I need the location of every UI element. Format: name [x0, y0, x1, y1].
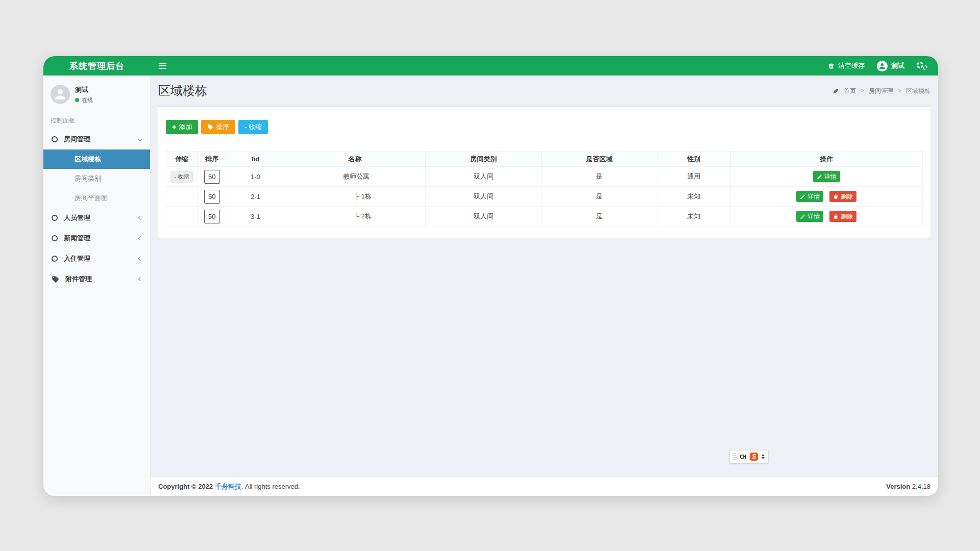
delete-button[interactable]: 删除 — [829, 191, 856, 202]
breadcrumb-separator: > — [861, 87, 864, 94]
cell-category: 双人间 — [426, 207, 542, 227]
cell-stretch: - 收缩 — [166, 167, 198, 187]
cell-is-area: 是 — [542, 167, 657, 187]
circle-icon — [52, 136, 58, 142]
page-title: 区域楼栋 — [158, 83, 207, 99]
gear-small-icon — [923, 65, 927, 70]
breadcrumb-section[interactable]: 房间管理 — [869, 87, 893, 95]
sidebar-item-label: 入住管理 — [64, 254, 90, 263]
delete-button-label: 删除 — [841, 212, 853, 221]
circle-icon — [52, 235, 58, 241]
chevron-left-icon — [138, 236, 142, 240]
sogou-logo-icon[interactable]: S — [750, 453, 758, 461]
sidebar-subitem-room-floorplan[interactable]: 房间平面图 — [43, 188, 150, 208]
user-menu[interactable]: 测试 — [877, 61, 904, 71]
col-header-gender: 性别 — [657, 152, 730, 167]
detail-button[interactable]: 详情 — [796, 211, 823, 222]
clear-cache-button[interactable]: 清空缓存 — [828, 61, 865, 70]
sort-input[interactable] — [204, 190, 220, 204]
hamburger-icon — [159, 63, 166, 64]
sidebar-section-label: 控制面板 — [43, 110, 150, 129]
cell-gender: 未知 — [657, 187, 730, 207]
detail-button[interactable]: 详情 — [813, 171, 840, 182]
sidebar-item-attachment-management[interactable]: 附件管理 — [43, 269, 150, 289]
circle-icon — [52, 256, 58, 262]
cell-stretch — [166, 187, 198, 207]
sidebar-user-name: 测试 — [75, 85, 93, 94]
edit-icon — [800, 214, 805, 219]
col-header-operations: 操作 — [730, 152, 922, 167]
col-header-is-area: 是否区域 — [542, 152, 657, 167]
cell-gender: 未知 — [657, 207, 730, 227]
sort-input[interactable] — [204, 210, 220, 223]
ime-language-toggle[interactable]: CH — [740, 454, 746, 460]
delete-button-label: 删除 — [841, 192, 853, 201]
breadcrumb-current: 区域楼栋 — [906, 87, 930, 95]
ime-menu-button[interactable] — [762, 454, 765, 459]
cell-sort — [197, 167, 227, 187]
sidebar-item-personnel-management[interactable]: 人员管理 — [43, 208, 150, 228]
cell-operations: 详情 删除 — [730, 187, 922, 207]
chevron-left-icon — [138, 257, 142, 261]
sidebar-item-room-management[interactable]: 房间管理 — [43, 129, 150, 149]
sidebar-subitem-room-categories[interactable]: 房间类别 — [43, 169, 150, 188]
circle-icon — [52, 215, 58, 221]
sort-input[interactable] — [204, 170, 220, 184]
buildings-table: 伸缩 排序 fid 名称 房间类别 是否区域 性别 操作 — [166, 151, 923, 227]
content-header: 区域楼栋 首页 > 房间管理 > 区域楼栋 — [151, 76, 938, 106]
tags-icon — [52, 276, 59, 283]
clear-cache-label: 清空缓存 — [838, 61, 865, 70]
col-header-fid: fid — [227, 152, 284, 167]
sidebar-item-checkin-management[interactable]: 入住管理 — [43, 248, 150, 269]
col-header-stretch: 伸缩 — [166, 152, 198, 167]
sidebar: 测试 在线 控制面板 房间管理 — [43, 76, 151, 496]
cell-name: 教师公寓 — [284, 167, 426, 187]
navbar-right: 清空缓存 测试 — [828, 56, 938, 76]
sidebar-toggle-button[interactable] — [151, 56, 174, 76]
sidebar-user-meta: 测试 在线 — [75, 85, 93, 104]
sidebar-subitem-label: 区域楼栋 — [75, 155, 101, 164]
detail-button-label: 详情 — [824, 172, 837, 181]
breadcrumb-home[interactable]: 首页 — [844, 87, 856, 95]
cell-category: 双人间 — [426, 187, 542, 207]
chevron-down-icon — [138, 137, 142, 141]
col-header-category: 房间类别 — [426, 152, 542, 167]
sidebar-subitem-area-buildings[interactable]: 区域楼栋 — [43, 149, 150, 169]
row-collapse-button[interactable]: - 收缩 — [170, 171, 193, 183]
sidebar-subitem-label: 房间平面图 — [75, 193, 108, 203]
tag-icon — [207, 124, 213, 130]
delete-button[interactable]: 删除 — [829, 211, 856, 222]
detail-button[interactable]: 详情 — [796, 191, 823, 202]
edit-icon — [817, 174, 822, 180]
cell-sort — [197, 187, 227, 207]
app-body: 测试 在线 控制面板 房间管理 — [43, 76, 938, 496]
sidebar-avatar — [51, 85, 70, 104]
sort-button-label: 排序 — [216, 122, 229, 132]
toolbar: + 添加 排序 - 收缩 — [166, 120, 923, 134]
cell-sort — [197, 207, 227, 227]
sidebar-menu: 房间管理 区域楼栋 房间类别 房间平面图 — [43, 129, 150, 289]
footer: Copyright © 2022 千舟科技. All rights reserv… — [151, 477, 938, 496]
sidebar-item-label: 新闻管理 — [64, 234, 90, 243]
version-label: Version — [886, 483, 910, 490]
footer-copyright: Copyright © 2022 千舟科技. All rights reserv… — [158, 482, 300, 491]
trash-icon — [833, 194, 839, 199]
cell-gender: 通用 — [657, 167, 730, 187]
cell-name: └ 2栋 — [284, 207, 426, 227]
sidebar-user-status: 在线 — [75, 96, 93, 104]
chevron-left-icon — [138, 216, 142, 220]
table-row: 3-1 └ 2栋 双人间 是 未知 详情 — [166, 207, 923, 227]
breadcrumb-separator: > — [898, 87, 901, 94]
collapse-all-button[interactable]: - 收缩 — [238, 120, 268, 134]
add-button[interactable]: + 添加 — [166, 120, 198, 134]
sidebar-item-news-management[interactable]: 新闻管理 — [43, 228, 150, 248]
table-row: 2-1 ├ 1栋 双人间 是 未知 详情 — [166, 187, 923, 207]
ime-drag-handle-icon[interactable] — [733, 453, 736, 460]
rights-text: . All rights reserved. — [241, 483, 300, 490]
online-status-label: 在线 — [82, 96, 93, 104]
col-header-sort: 排序 — [197, 152, 227, 167]
sort-button[interactable]: 排序 — [201, 120, 235, 134]
settings-button[interactable] — [917, 61, 928, 70]
company-link[interactable]: 千舟科技 — [215, 483, 241, 490]
sidebar-subitem-label: 房间类别 — [75, 174, 101, 183]
